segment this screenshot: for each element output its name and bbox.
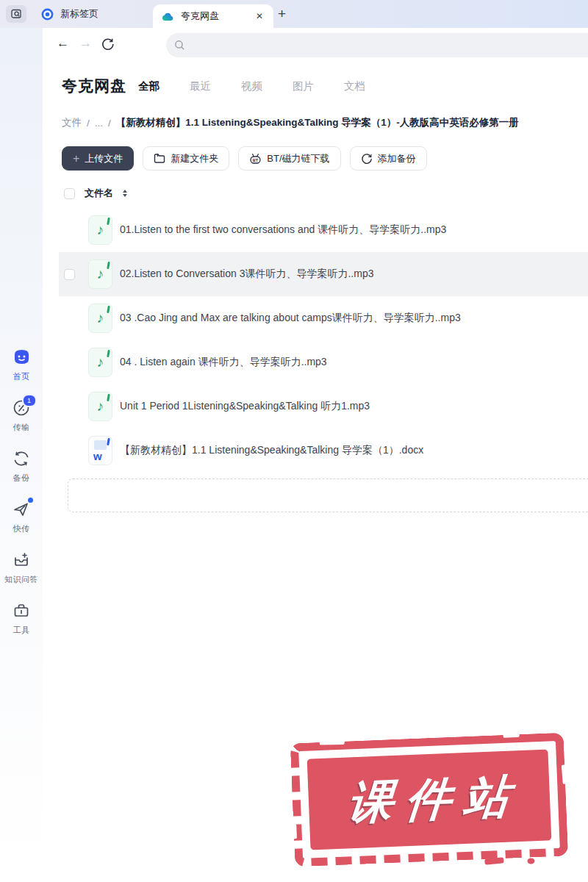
file-name[interactable]: 03 .Cao Jing and Max are talking about c… — [120, 312, 461, 325]
quark-drive-cloud-icon — [162, 10, 174, 23]
knowledge-qa-icon — [12, 550, 32, 570]
file-list: ♪ 01.Listen to the first two conversatio… — [59, 208, 588, 473]
folder-plus-icon — [154, 153, 165, 164]
tab-search-icon — [11, 9, 22, 19]
upload-file-label: 上传文件 — [85, 152, 123, 165]
address-search-bar[interactable] — [166, 33, 588, 57]
upload-file-button[interactable]: + 上传文件 — [62, 146, 134, 171]
bt-download-label: BT/磁力链下载 — [267, 152, 329, 165]
tab-label: 夸克网盘 — [181, 10, 254, 23]
backup-sync-icon — [12, 448, 32, 468]
forward-icon: → — [79, 36, 92, 51]
transfer-badge: 1 — [22, 394, 37, 407]
tab-all[interactable]: 全部 — [138, 79, 159, 93]
sidebar-item-transfer[interactable]: 1 传输 — [0, 398, 43, 433]
select-all-checkbox[interactable] — [64, 188, 75, 199]
breadcrumb-separator: / — [87, 118, 90, 129]
file-name[interactable]: Unit 1 Period 1Listening&Speaking&Talkin… — [120, 400, 370, 413]
tab-recent[interactable]: 最近 — [190, 79, 211, 93]
breadcrumb-current-folder: 【新教材精创】1.1 Listening&Speaking&Talking 导学… — [116, 116, 519, 129]
sidebar-item-knowledge-qa[interactable]: 知识问答 — [0, 550, 43, 585]
file-row[interactable]: w 【新教材精创】1.1 Listening&Speaking&Talking … — [59, 429, 588, 473]
sidebar-nav: 首页 1 传输 备份 — [0, 347, 43, 636]
column-header-filename[interactable]: 文件名 — [85, 187, 113, 200]
file-name[interactable]: 02.Listen to Conversation 3课件听力、导学案听力..m… — [120, 268, 373, 281]
search-icon — [174, 40, 185, 51]
file-row[interactable]: ♪ Unit 1 Period 1Listening&Speaking&Talk… — [59, 384, 588, 429]
quark-browser-icon — [41, 8, 54, 21]
file-row[interactable]: ♪ 04 . Listen again 课件听力、导学案听力..mp3 — [59, 340, 588, 384]
new-tab-button[interactable]: + — [278, 6, 286, 22]
tab-document[interactable]: 文档 — [344, 79, 365, 93]
quick-send-icon — [12, 499, 32, 519]
sidebar-item-label: 备份 — [13, 473, 30, 484]
add-backup-button[interactable]: 添加备份 — [350, 146, 427, 171]
new-folder-label: 新建文件夹 — [171, 152, 218, 165]
breadcrumb-ellipsis[interactable]: ... — [95, 118, 103, 129]
stamp-inner: 课件站 — [307, 749, 552, 850]
quick-send-dot-badge — [28, 498, 33, 503]
add-backup-label: 添加备份 — [378, 152, 416, 165]
breadcrumb-separator: / — [108, 118, 111, 129]
sidebar-item-label: 传输 — [13, 422, 30, 433]
plus-icon: + — [73, 153, 79, 165]
action-button-row: + 上传文件 新建文件夹 BT BT/磁力链下载 — [62, 146, 427, 171]
browser-tab-newtab[interactable]: 新标签页 — [41, 7, 137, 21]
row-checkbox[interactable] — [64, 269, 75, 280]
browser-tab-bar: 新标签页 夸克网盘 ✕ + — [0, 0, 588, 28]
home-icon — [12, 347, 32, 367]
audio-file-icon: ♪ — [88, 259, 112, 289]
sidebar-item-label: 首页 — [13, 371, 30, 382]
transfer-icon: 1 — [12, 398, 32, 417]
svg-text:BT: BT — [253, 157, 259, 162]
audio-file-icon: ♪ — [88, 392, 112, 421]
file-name[interactable]: 【新教材精创】1.1 Listening&Speaking&Talking 导学… — [120, 444, 423, 457]
sidebar-item-label: 知识问答 — [4, 574, 38, 585]
word-file-icon: w — [88, 436, 112, 465]
new-folder-button[interactable]: 新建文件夹 — [143, 146, 229, 171]
tab-image[interactable]: 图片 — [293, 79, 314, 93]
refresh-icon[interactable] — [101, 37, 115, 51]
sidebar-item-backup[interactable]: 备份 — [0, 448, 43, 484]
tab-label: 新标签页 — [60, 7, 98, 21]
tab-video[interactable]: 视频 — [241, 79, 262, 93]
audio-file-icon: ♪ — [88, 348, 112, 377]
file-name[interactable]: 01.Listen to the first two conversations… — [120, 223, 446, 237]
add-backup-icon — [361, 153, 373, 165]
stamp-frame: 课件站 — [290, 733, 568, 867]
drive-filter-tabs: 全部 最近 视频 图片 文档 — [138, 79, 365, 93]
bt-magnet-download-button[interactable]: BT BT/磁力链下载 — [238, 146, 340, 171]
watermark-stamp: 课件站 — [290, 733, 568, 867]
file-row[interactable]: ♪ 01.Listen to the first two conversatio… — [59, 208, 588, 252]
tab-search-button[interactable] — [6, 5, 26, 23]
upload-dropzone[interactable] — [68, 478, 588, 512]
file-list-header: 文件名 — [64, 187, 127, 200]
breadcrumb: 文件 / ... / 【新教材精创】1.1 Listening&Speaking… — [62, 116, 519, 129]
page-title: 夸克网盘 — [62, 76, 126, 96]
browser-tab-quark-drive[interactable]: 夸克网盘 ✕ — [153, 4, 273, 28]
sidebar-item-quick-send[interactable]: 快传 — [0, 499, 43, 534]
tab-close-icon[interactable]: ✕ — [254, 10, 265, 22]
back-icon[interactable]: ← — [57, 36, 69, 51]
browser-toolbar: ← → — [0, 28, 588, 62]
sort-icon[interactable] — [123, 190, 127, 197]
bt-download-icon: BT — [249, 153, 262, 165]
sidebar-item-label: 快传 — [13, 523, 30, 534]
sidebar-item-tools[interactable]: 工具 — [0, 600, 43, 636]
sidebar-item-home[interactable]: 首页 — [0, 347, 43, 382]
file-row[interactable]: ♪ 03 .Cao Jing and Max are talking about… — [59, 296, 588, 340]
audio-file-icon: ♪ — [88, 304, 112, 333]
audio-file-icon: ♪ — [88, 215, 112, 245]
sidebar-item-label: 工具 — [13, 625, 30, 636]
file-name[interactable]: 04 . Listen again 课件听力、导学案听力..mp3 — [120, 356, 327, 369]
toolbox-icon — [12, 600, 32, 620]
breadcrumb-root[interactable]: 文件 — [62, 116, 82, 129]
stamp-text: 课件站 — [334, 765, 524, 834]
file-row[interactable]: ♪ 02.Listen to Conversation 3课件听力、导学案听力.… — [59, 252, 588, 296]
